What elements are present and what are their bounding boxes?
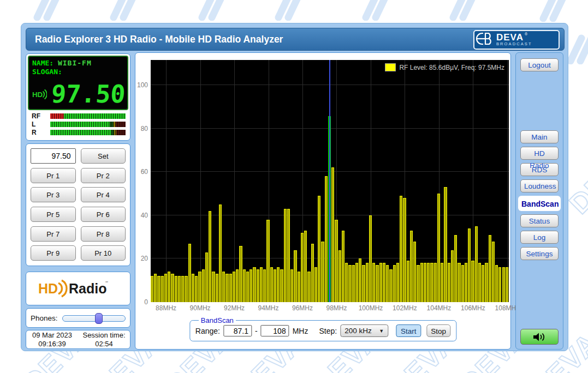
bar (304, 231, 307, 302)
bar (475, 226, 478, 302)
preset-button-10[interactable]: Pr 10 (81, 245, 126, 261)
bar (185, 276, 187, 302)
bar (369, 215, 372, 302)
sidebar-item-rds[interactable]: RDS (520, 163, 559, 176)
app-root: DEVADEVADEVADEVADEVADEVADEVADEVADEVA Rad… (0, 0, 588, 373)
preset-button-8[interactable]: Pr 8 (81, 226, 126, 242)
x-axis-tick: 100MHz (359, 304, 383, 312)
bar (301, 233, 304, 302)
session-time-value: 02:54 (78, 340, 130, 348)
bandscan-chart-panel: RF Level: 85.6dBµV, Freq: 97.5MHz 020406… (135, 52, 511, 350)
bar (400, 196, 402, 302)
window-title: Radio Explorer 3 HD Radio - Mobile HD Ra… (35, 28, 283, 50)
bar (263, 269, 266, 302)
bar (266, 220, 269, 302)
svg-text:HD: HD (32, 91, 43, 99)
set-button[interactable]: Set (81, 148, 126, 164)
bar (386, 265, 389, 302)
bar (274, 269, 276, 302)
chart-legend: RF Level: 85.6dBµV, Freq: 97.5MHz (385, 63, 504, 71)
preset-button-3[interactable]: Pr 3 (31, 187, 76, 202)
sidebar-item-main[interactable]: Main (520, 130, 559, 143)
lcd-display: NAME: WIBI-FM SLOGAN: HD 97.50 (28, 56, 128, 110)
bar (198, 272, 201, 302)
bar (482, 265, 484, 302)
deva-watermark-glyph (197, 0, 226, 23)
sidebar-item-log[interactable]: Log (520, 231, 559, 244)
bar (348, 265, 351, 302)
phones-label: Phones: (31, 314, 58, 322)
bar (338, 250, 341, 302)
bar (307, 272, 310, 302)
svg-text:BROADCAST: BROADCAST (496, 41, 532, 46)
x-axis-tick: 102MHz (393, 304, 417, 312)
deva-watermark-glyph (448, 0, 477, 23)
slider-track[interactable] (62, 315, 126, 322)
bar (175, 276, 177, 302)
left-meter-label: L (28, 121, 50, 128)
bar (458, 263, 460, 302)
audio-mute-button[interactable] (520, 329, 559, 345)
x-axis-tick: 90MHz (190, 304, 211, 312)
y-axis-tick: 100 (137, 81, 148, 89)
bar (396, 263, 399, 302)
deva-watermark-glyph (360, 0, 390, 23)
bar (389, 269, 392, 302)
deva-watermark-glyph (273, 0, 302, 23)
bar (444, 187, 447, 302)
step-select[interactable]: 200 kHz ▼ (340, 324, 388, 337)
bandscan-controls-row: Range: - MHz Step: 200 kHz ▼ Start Stop (195, 324, 450, 337)
preset-button-7[interactable]: Pr 7 (31, 226, 76, 242)
stop-button[interactable]: Stop (426, 324, 450, 337)
logout-button[interactable]: Logout (520, 58, 559, 71)
sidebar-item-hd-radio[interactable]: HD Radio (520, 147, 559, 160)
bar (468, 228, 471, 302)
bar (209, 211, 211, 302)
bar (321, 242, 324, 302)
frequency-readout: 97.50 (50, 81, 126, 108)
frequency-input[interactable] (31, 148, 76, 164)
bar (325, 176, 328, 302)
rf-meter (50, 113, 126, 119)
start-button[interactable]: Start (396, 324, 421, 337)
bar (181, 276, 184, 302)
bar (393, 265, 396, 302)
preset-grid: Set Pr 1Pr 2Pr 3Pr 4Pr 5Pr 6Pr 7Pr 8Pr 9… (31, 148, 126, 261)
right-audio-meter (50, 130, 126, 135)
bar (195, 276, 198, 302)
range-to-input[interactable] (261, 325, 289, 336)
sidebar: Logout MainHD RadioRDSLoudnessBandScanSt… (515, 52, 563, 350)
range-from-input[interactable] (223, 325, 252, 336)
sidebar-item-status[interactable]: Status (520, 214, 559, 227)
bar (233, 272, 235, 302)
sidebar-item-settings[interactable]: Settings (520, 247, 559, 260)
sidebar-item-bandscan[interactable]: BandScan (518, 196, 561, 211)
preset-button-1[interactable]: Pr 1 (31, 168, 76, 183)
slider-thumb[interactable] (95, 313, 103, 324)
bar (506, 267, 508, 302)
gridline-vertical (200, 60, 201, 302)
gridline-vertical (166, 60, 167, 302)
date-time-block: 09 Mar 2023 09:16:39 (26, 331, 78, 348)
x-axis-tick: 92MHz (224, 304, 245, 312)
bar (465, 263, 467, 302)
preset-button-6[interactable]: Pr 6 (81, 207, 126, 222)
bar (489, 235, 491, 302)
bar (222, 272, 225, 302)
preset-button-4[interactable]: Pr 4 (81, 187, 126, 202)
preset-button-9[interactable]: Pr 9 (31, 245, 76, 261)
svg-text:®: ® (525, 32, 528, 36)
bar (229, 274, 232, 302)
name-label: NAME: (32, 59, 54, 67)
bar (492, 242, 495, 302)
bandscan-controls-title: BandScan (199, 316, 236, 324)
bar (151, 276, 153, 302)
preset-button-2[interactable]: Pr 2 (81, 168, 126, 183)
bar (461, 265, 464, 302)
preset-button-5[interactable]: Pr 5 (31, 207, 76, 222)
deva-logo-graphic: DEVA ® BROADCAST (474, 31, 556, 46)
bar (366, 263, 369, 302)
svg-text:℠: ℠ (105, 281, 109, 285)
sidebar-item-loudness[interactable]: Loudness (520, 179, 559, 192)
phones-volume-slider[interactable] (62, 313, 126, 323)
